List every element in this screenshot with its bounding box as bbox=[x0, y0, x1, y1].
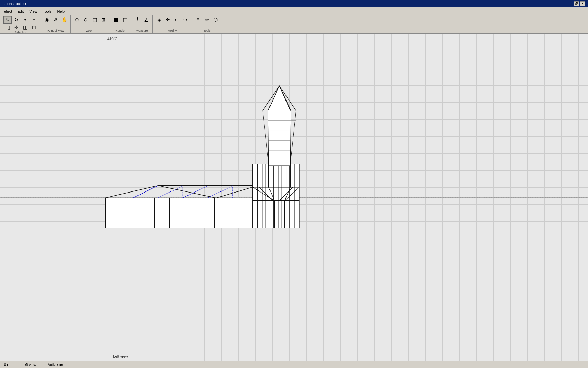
measure-angle-tool[interactable]: ∠ bbox=[142, 16, 150, 24]
viewport-label-zenith: Zenith bbox=[106, 35, 119, 41]
toolbar-group-tools: ⊞ ✏ ⬡ Tools bbox=[192, 15, 222, 33]
select-box-tool[interactable]: ⬚ bbox=[3, 24, 12, 31]
pov-label: Point of view bbox=[47, 29, 64, 32]
main-area: Zenith Left view bbox=[0, 34, 588, 361]
zoom-rect-tool[interactable]: ⬚ bbox=[91, 16, 99, 24]
redo-tool[interactable]: ↪ bbox=[181, 16, 190, 24]
render-wire-tool[interactable]: ◻ bbox=[121, 16, 129, 24]
title-bar: s construction 🗗 ✕ bbox=[0, 0, 588, 7]
menu-tools[interactable]: Tools bbox=[40, 9, 54, 14]
mode-display: Active an bbox=[45, 361, 66, 368]
toolbar-group-selection: ↖ ↻ ▾ ▾ ⬚ ✛ ◫ ⊡ Selection bbox=[1, 15, 40, 33]
zoom-fit-tool[interactable]: ⊞ bbox=[99, 16, 108, 24]
tools-label: Tools bbox=[203, 29, 210, 32]
undo-tool[interactable]: ↩ bbox=[173, 16, 181, 24]
canvas-area[interactable]: Zenith Left view bbox=[0, 34, 588, 361]
zoom-label: Zoom bbox=[86, 29, 94, 32]
cursor-tool[interactable]: ↖ bbox=[3, 16, 12, 24]
pov-tools: ◉ ↺ ✋ bbox=[43, 16, 68, 24]
viewport-label-left: Left view bbox=[112, 354, 129, 359]
svg-line-5 bbox=[158, 186, 183, 198]
modify-tools: ◈ ✛ ↩ ↪ bbox=[155, 16, 190, 24]
tools-tools: ⊞ ✏ ⬡ bbox=[194, 16, 220, 24]
snap-tool[interactable]: ◈ bbox=[155, 16, 163, 24]
app-title: s construction bbox=[3, 2, 26, 6]
toolbar-group-measure: / ∠ Measure bbox=[131, 15, 153, 33]
zoom-out-tool[interactable]: ⊖ bbox=[82, 16, 90, 24]
grid-tool[interactable]: ⊞ bbox=[194, 16, 202, 24]
move-tool[interactable]: ✛ bbox=[164, 16, 172, 24]
pov-pan-tool[interactable]: ✋ bbox=[60, 16, 68, 24]
svg-line-3 bbox=[133, 186, 158, 198]
toolbar: ↖ ↻ ▾ ▾ ⬚ ✛ ◫ ⊡ Selection ◉ ↺ ✋ Point of… bbox=[0, 15, 588, 34]
zoom-in-tool[interactable]: ⊕ bbox=[73, 16, 81, 24]
status-bar: 0 m Left view Active an bbox=[0, 361, 588, 368]
menu-select[interactable]: elect bbox=[1, 9, 15, 14]
svg-line-53 bbox=[290, 111, 296, 164]
selection-tools-row2: ⬚ ✛ ◫ ⊡ bbox=[3, 24, 38, 31]
zoom-tools: ⊕ ⊖ ⬚ ⊞ bbox=[73, 16, 108, 24]
pencil-tool[interactable]: ✏ bbox=[203, 16, 211, 24]
svg-line-54 bbox=[263, 111, 269, 164]
pov-eye-tool[interactable]: ◉ bbox=[43, 16, 51, 24]
svg-line-9 bbox=[208, 186, 233, 198]
toolbar-group-zoom: ⊕ ⊖ ⬚ ⊞ Zoom bbox=[71, 15, 110, 33]
toolbar-group-modify: ◈ ✛ ↩ ↪ Modify bbox=[153, 15, 192, 33]
selection-tools-row1: ↖ ↻ ▾ ▾ bbox=[3, 16, 38, 24]
select-cross-tool[interactable]: ✛ bbox=[12, 24, 20, 31]
measure-label: Measure bbox=[136, 29, 148, 32]
rotate-tool[interactable]: ↻ bbox=[12, 16, 20, 24]
menu-bar: elect Edit View Tools Help bbox=[0, 7, 588, 15]
paint-tool[interactable]: ⬡ bbox=[212, 16, 220, 24]
restore-button[interactable]: 🗗 bbox=[574, 1, 579, 6]
render-label: Render bbox=[115, 29, 126, 32]
drawing-canvas[interactable] bbox=[0, 34, 588, 361]
select-special-tool[interactable]: ⊡ bbox=[30, 24, 38, 31]
close-button[interactable]: ✕ bbox=[580, 1, 585, 6]
measure-line-tool[interactable]: / bbox=[133, 16, 142, 24]
select-polygon-tool[interactable]: ◫ bbox=[21, 24, 29, 31]
toolbar-group-pov: ◉ ↺ ✋ Point of view bbox=[40, 15, 71, 33]
measure-tools: / ∠ bbox=[133, 16, 150, 24]
pov-orbit-tool[interactable]: ↺ bbox=[51, 16, 60, 24]
title-bar-controls: 🗗 ✕ bbox=[574, 1, 585, 6]
menu-edit[interactable]: Edit bbox=[15, 9, 27, 14]
menu-help[interactable]: Help bbox=[54, 9, 68, 14]
render-solid-tool[interactable]: ◼ bbox=[112, 16, 120, 24]
coordinates-display: 0 m bbox=[1, 361, 13, 368]
modify-label: Modify bbox=[168, 29, 177, 32]
selection-dropdown1[interactable]: ▾ bbox=[21, 16, 29, 24]
selection-dropdown2[interactable]: ▾ bbox=[30, 16, 38, 24]
toolbar-group-render: ◼ ◻ Render bbox=[110, 15, 131, 33]
selection-label: Selection bbox=[14, 31, 27, 34]
render-tools: ◼ ◻ bbox=[112, 16, 129, 24]
menu-view[interactable]: View bbox=[27, 9, 40, 14]
view-display: Left view bbox=[19, 361, 39, 368]
